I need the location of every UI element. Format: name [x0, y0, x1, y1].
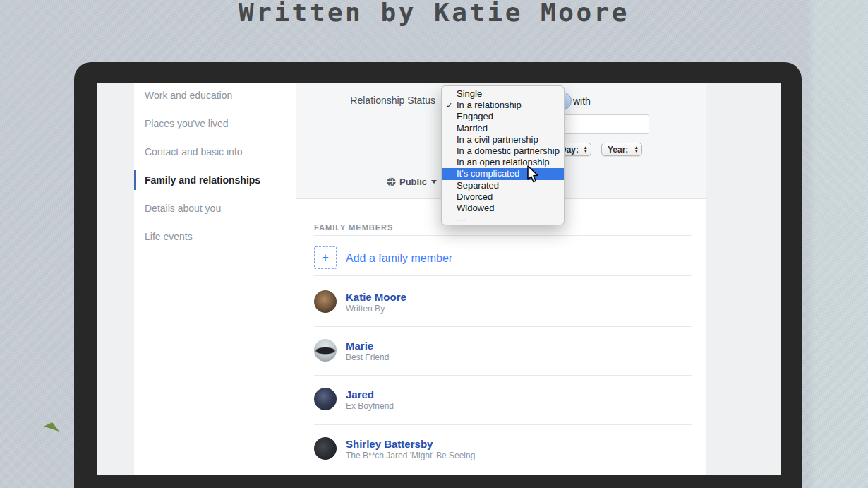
chevron-down-icon [431, 180, 437, 184]
member-relation: Best Friend [346, 352, 389, 362]
avatar[interactable] [314, 290, 337, 313]
plant-leaf [44, 422, 59, 432]
laptop-screen: Work and education Places you've lived C… [97, 83, 781, 475]
member-name-link[interactable]: Shirley Battersby [346, 438, 433, 450]
with-label: with [573, 95, 591, 107]
page-title: Written by Katie Moore [0, 0, 868, 30]
partner-name-input[interactable] [559, 114, 649, 134]
menu-option-single[interactable]: Single [442, 88, 564, 100]
member-relation: The B**ch Jared 'Might' Be Seeing [346, 451, 475, 460]
privacy-selector[interactable]: Public [387, 176, 437, 188]
menu-option-engaged[interactable]: Engaged [442, 111, 564, 122]
member-relation: Written By [346, 304, 385, 314]
divider [314, 326, 692, 327]
check-icon: ✓ [446, 100, 452, 111]
sidebar-item-places[interactable]: Places you've lived [145, 114, 289, 133]
add-family-member-button[interactable]: + [314, 246, 337, 269]
privacy-label: Public [399, 177, 427, 187]
sidebar-item-details[interactable]: Details about you [145, 198, 289, 218]
menu-option-separated[interactable]: Separated [442, 180, 564, 191]
menu-option-open-relationship[interactable]: In an open relationship [442, 157, 564, 168]
member-name-link[interactable]: Jared [346, 388, 374, 400]
menu-option-divorced[interactable]: Divorced [442, 191, 564, 203]
avatar[interactable] [314, 437, 337, 460]
member-name-link[interactable]: Marie [346, 340, 373, 352]
sidebar-item-family[interactable]: Family and relationships [145, 170, 289, 190]
globe-icon [387, 177, 396, 186]
divider [314, 275, 692, 276]
family-members-header: FAMILY MEMBERS [314, 223, 393, 232]
menu-option-domestic-partnership[interactable]: In a domestic partnership [442, 145, 564, 157]
relationship-status-label: Relationship Status [296, 95, 435, 106]
menu-option-in-a-relationship[interactable]: ✓In a relationship [442, 100, 564, 111]
stepper-arrows-icon: ▲▼ [584, 146, 588, 153]
about-sidebar: Work and education Places you've lived C… [134, 83, 296, 475]
menu-option-none[interactable]: --- [442, 214, 564, 225]
sidebar-item-contact[interactable]: Contact and basic info [145, 142, 289, 162]
menu-option-married[interactable]: Married [442, 123, 564, 134]
plus-icon: + [322, 251, 329, 264]
divider [314, 375, 692, 376]
divider [314, 424, 692, 425]
stepper-arrows-icon: ▲▼ [634, 146, 639, 153]
member-relation: Ex Boyfriend [346, 401, 394, 411]
relationship-status-menu: Single ✓In a relationship Engaged Marrie… [441, 85, 565, 225]
about-card: Work and education Places you've lived C… [134, 83, 706, 475]
year-select-label: Year: [608, 145, 628, 155]
year-select[interactable]: Year: ▲▼ [601, 143, 642, 156]
sidebar-item-life-events[interactable]: Life events [145, 227, 289, 246]
avatar[interactable] [314, 339, 337, 362]
avatar[interactable] [314, 388, 337, 410]
add-family-member-label[interactable]: Add a family member [346, 252, 452, 265]
member-name-link[interactable]: Katie Moore [346, 291, 406, 303]
menu-option-civil-partnership[interactable]: In a civil partnership [442, 134, 564, 145]
divider [314, 235, 692, 236]
sidebar-item-work[interactable]: Work and education [145, 85, 289, 105]
active-item-indicator [134, 170, 136, 190]
menu-option-its-complicated[interactable]: It's complicated [442, 168, 564, 179]
menu-option-widowed[interactable]: Widowed [442, 203, 564, 214]
